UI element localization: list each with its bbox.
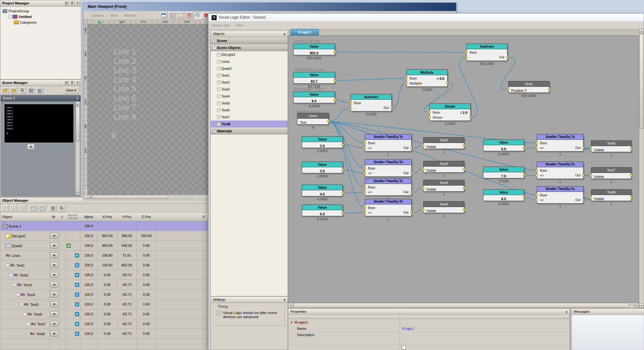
node-v5[interactable]: Value5.0 — [302, 205, 343, 216]
properties-panel-header[interactable]: Properties — [288, 309, 570, 315]
search-scene-button[interactable] — [19, 87, 26, 94]
vertical-ruler[interactable]: 1080900720540360180 — [83, 24, 88, 190]
tree-expander-icon[interactable]: + — [213, 129, 216, 133]
visibility-toggle[interactable] — [50, 321, 58, 327]
node-text7[interactable]: Text7Visible — [591, 167, 631, 179]
scroll-thumb[interactable] — [76, 107, 80, 141]
objects-tree-item[interactable]: +Text4 — [211, 93, 288, 100]
node-text4[interactable]: Text4Visible — [423, 180, 464, 192]
gamma-button[interactable] — [185, 12, 193, 19]
node-text6[interactable]: Text6Visible — [591, 140, 631, 152]
object-row[interactable]: −AbText3P100,00.00-83.710.00 — [1, 280, 208, 290]
vle-titlebar[interactable]: V Visual Logic Editor - Scene1 — [208, 14, 644, 22]
node-cmpC[interactable]: Smaller Than/Eq ToBase<=Out — [365, 178, 412, 196]
scroll-right-button[interactable]: ► — [634, 303, 639, 308]
node-v2[interactable]: Value2.0 — [302, 136, 343, 148]
tree-expander-icon[interactable]: + — [217, 88, 220, 91]
column-header-zpos[interactable]: Z-Pos — [137, 213, 156, 221]
visibility-toggle[interactable] — [50, 233, 58, 239]
float-window-button[interactable] — [64, 1, 69, 5]
node-v837[interactable]: Value83.7 — [293, 72, 335, 84]
scroll-thumb[interactable] — [293, 303, 629, 308]
menu-camera[interactable]: Camera — [88, 11, 106, 20]
scroll-down-button[interactable]: ▼ — [639, 303, 644, 308]
tree-expander-icon[interactable]: + — [213, 39, 216, 42]
tree-expander-icon[interactable]: + — [217, 74, 220, 77]
move-up-button[interactable]: ↑ — [2, 205, 9, 211]
menu-visual-logic[interactable]: Visual Logic — [208, 22, 233, 29]
tree-expander-icon[interactable]: + — [217, 102, 220, 105]
tree-expander-icon[interactable]: + — [217, 67, 220, 70]
table-view-button[interactable] — [30, 205, 37, 211]
object-row[interactable]: −AbText7P100,00.00-83.710.00 — [1, 319, 208, 329]
visibility-toggle[interactable] — [50, 292, 58, 297]
node-mult[interactable]: MultiplyBaseMultiplier= 0.0 — [407, 69, 448, 87]
node-cmpG[interactable]: Smaller Than/Eq ToBase<=Out — [537, 186, 583, 204]
graph-vscrollbar[interactable]: ▲ ▼ — [639, 29, 644, 308]
scroll-left-button[interactable]: ◄ — [88, 195, 92, 199]
property-row[interactable]: Description — [288, 332, 570, 338]
draw-mode-button[interactable] — [177, 12, 184, 19]
node-lines[interactable]: LinesText — [297, 113, 329, 125]
visibility-toggle[interactable] — [50, 331, 58, 336]
property-column-divider[interactable] — [400, 313, 400, 350]
column-header-object[interactable]: Object — [2, 213, 50, 221]
tree-expander-icon[interactable]: − — [13, 283, 16, 287]
node-v8R[interactable]: Value8.0 — [483, 189, 524, 201]
graph-hscrollbar[interactable]: ◄ ► — [288, 303, 639, 308]
property-row[interactable] — [288, 338, 570, 344]
node-v8L[interactable]: Value8.0 — [293, 92, 335, 103]
run-after-directors-checkbox[interactable]: ✓ — [217, 311, 221, 315]
scroll-up-button[interactable]: ▲ — [639, 29, 644, 34]
node-text1[interactable]: Text1Position.Y — [508, 81, 549, 93]
node-v4[interactable]: Value4.0 — [302, 185, 343, 196]
object-row[interactable]: −AbText1P100,0130.00802.000.00 — [1, 260, 208, 270]
node-v6[interactable]: Value6.0 — [483, 139, 524, 151]
objects-tree-item[interactable]: −Scene Objects — [211, 44, 288, 51]
tree-expander-icon[interactable]: + — [217, 53, 220, 56]
menu-view[interactable]: View — [107, 11, 120, 20]
node-cmpA[interactable]: Smaller Than/Eq ToBase<=Out — [365, 134, 412, 151]
tree-expander-icon[interactable]: − — [16, 293, 20, 296]
scene-manager-titlebar[interactable]: Scene Manager × — [0, 80, 81, 86]
layout-button[interactable] — [160, 12, 167, 19]
viewport-titlebar[interactable]: Main Viewport (Front) — [83, 3, 456, 11]
scene-thumbnail[interactable]: Line 1Line 2Line 3Line 4Line 5Line 6Line… — [4, 104, 74, 143]
objects-tree-item[interactable]: +Text3 — [211, 86, 288, 93]
objects-tree-item[interactable]: +Text6 — [211, 107, 288, 114]
node-v7[interactable]: Value7.0 — [483, 167, 524, 178]
refresh-button[interactable] — [194, 12, 202, 19]
scene-visibility-toggle[interactable] — [27, 144, 35, 150]
column-header-flags[interactable]: MCEP SKGD — [66, 214, 80, 220]
node-cmpB[interactable]: Smaller Than/Eq ToBase<=Out — [365, 159, 412, 177]
objects-tree-item[interactable]: +DirLight1 — [211, 51, 288, 58]
move-left-button[interactable]: ← — [10, 205, 18, 211]
node-text3[interactable]: Text3Visible — [423, 161, 464, 173]
pin-panel-button[interactable] — [283, 298, 286, 304]
settings-panel-header[interactable]: Settings — [211, 297, 288, 303]
node-cmpE[interactable]: Smaller Than/Eq ToBase<=Out — [537, 134, 583, 151]
logic-graph-canvas[interactable]: Line1 y if all rowsHight between rowsMax… — [288, 36, 639, 303]
objects-tree-item[interactable]: +Text7 — [211, 114, 288, 121]
visibility-toggle[interactable] — [50, 311, 58, 317]
close-panel-button[interactable]: × — [75, 80, 80, 85]
project-manager-titlebar[interactable]: Project Manager × — [0, 0, 81, 7]
object-row[interactable]: −AbText5P100,00.00-83.710.00 — [1, 300, 208, 309]
view-dropdown[interactable]: View ▾ — [63, 87, 79, 94]
object-row[interactable]: DirLight1100,0960.00360.00200.00 — [1, 231, 208, 241]
scroll-left-button[interactable]: ◄ — [288, 303, 293, 308]
objects-tree-item[interactable]: +Lines — [211, 58, 288, 65]
scroll-down-button[interactable]: ▼ — [83, 190, 88, 195]
scene-list-item[interactable]: Scene 1 1 — [1, 95, 81, 101]
object-row[interactable]: AbText8P100,00.00-83.710.00 — [1, 329, 208, 339]
messages-panel-header[interactable]: Messages — [571, 309, 644, 315]
object-row[interactable]: −AbText4P100,00.00-83.710.00 — [1, 290, 208, 300]
property-row-partial[interactable] — [288, 344, 570, 350]
property-value[interactable]: VLogic1 — [402, 325, 414, 332]
node-subMid[interactable]: SubtractBase-Out — [351, 94, 392, 111]
tree-expander-icon[interactable]: + — [217, 95, 220, 98]
menu-view[interactable]: View — [233, 22, 246, 29]
project-tree-item[interactable]: ProjectGroup — [1, 8, 81, 14]
pin-panel-button[interactable] — [69, 1, 74, 5]
project-tree-item[interactable]: Categories — [1, 20, 81, 25]
